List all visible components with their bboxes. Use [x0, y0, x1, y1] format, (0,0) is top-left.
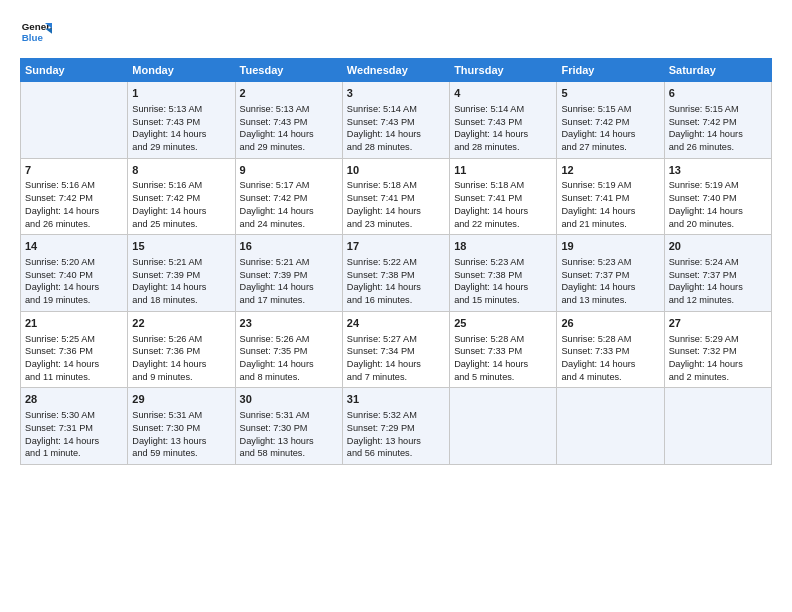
calendar-cell: 27Sunrise: 5:29 AM Sunset: 7:32 PM Dayli… — [664, 311, 771, 388]
calendar-cell: 6Sunrise: 5:15 AM Sunset: 7:42 PM Daylig… — [664, 82, 771, 159]
calendar-cell: 1Sunrise: 5:13 AM Sunset: 7:43 PM Daylig… — [128, 82, 235, 159]
day-number: 3 — [347, 86, 445, 101]
calendar-cell: 19Sunrise: 5:23 AM Sunset: 7:37 PM Dayli… — [557, 235, 664, 312]
calendar-cell: 20Sunrise: 5:24 AM Sunset: 7:37 PM Dayli… — [664, 235, 771, 312]
day-info: Sunrise: 5:26 AM Sunset: 7:36 PM Dayligh… — [132, 333, 230, 384]
day-info: Sunrise: 5:23 AM Sunset: 7:38 PM Dayligh… — [454, 256, 552, 307]
calendar-cell: 15Sunrise: 5:21 AM Sunset: 7:39 PM Dayli… — [128, 235, 235, 312]
calendar-cell: 9Sunrise: 5:17 AM Sunset: 7:42 PM Daylig… — [235, 158, 342, 235]
day-info: Sunrise: 5:13 AM Sunset: 7:43 PM Dayligh… — [132, 103, 230, 154]
day-info: Sunrise: 5:14 AM Sunset: 7:43 PM Dayligh… — [454, 103, 552, 154]
calendar-cell: 26Sunrise: 5:28 AM Sunset: 7:33 PM Dayli… — [557, 311, 664, 388]
day-info: Sunrise: 5:31 AM Sunset: 7:30 PM Dayligh… — [240, 409, 338, 460]
day-info: Sunrise: 5:27 AM Sunset: 7:34 PM Dayligh… — [347, 333, 445, 384]
day-info: Sunrise: 5:18 AM Sunset: 7:41 PM Dayligh… — [347, 179, 445, 230]
calendar-header-monday: Monday — [128, 59, 235, 82]
day-info: Sunrise: 5:15 AM Sunset: 7:42 PM Dayligh… — [561, 103, 659, 154]
day-number: 27 — [669, 316, 767, 331]
day-number: 13 — [669, 163, 767, 178]
calendar-cell: 8Sunrise: 5:16 AM Sunset: 7:42 PM Daylig… — [128, 158, 235, 235]
day-number: 21 — [25, 316, 123, 331]
calendar-cell: 30Sunrise: 5:31 AM Sunset: 7:30 PM Dayli… — [235, 388, 342, 465]
day-number: 5 — [561, 86, 659, 101]
day-number: 10 — [347, 163, 445, 178]
calendar-cell: 7Sunrise: 5:16 AM Sunset: 7:42 PM Daylig… — [21, 158, 128, 235]
day-info: Sunrise: 5:19 AM Sunset: 7:40 PM Dayligh… — [669, 179, 767, 230]
day-number: 28 — [25, 392, 123, 407]
calendar-cell: 17Sunrise: 5:22 AM Sunset: 7:38 PM Dayli… — [342, 235, 449, 312]
day-info: Sunrise: 5:16 AM Sunset: 7:42 PM Dayligh… — [132, 179, 230, 230]
day-info: Sunrise: 5:15 AM Sunset: 7:42 PM Dayligh… — [669, 103, 767, 154]
day-info: Sunrise: 5:22 AM Sunset: 7:38 PM Dayligh… — [347, 256, 445, 307]
day-number: 15 — [132, 239, 230, 254]
day-info: Sunrise: 5:19 AM Sunset: 7:41 PM Dayligh… — [561, 179, 659, 230]
calendar-cell — [450, 388, 557, 465]
day-info: Sunrise: 5:18 AM Sunset: 7:41 PM Dayligh… — [454, 179, 552, 230]
calendar-cell: 12Sunrise: 5:19 AM Sunset: 7:41 PM Dayli… — [557, 158, 664, 235]
calendar-week-4: 21Sunrise: 5:25 AM Sunset: 7:36 PM Dayli… — [21, 311, 772, 388]
calendar-cell: 28Sunrise: 5:30 AM Sunset: 7:31 PM Dayli… — [21, 388, 128, 465]
calendar-week-1: 1Sunrise: 5:13 AM Sunset: 7:43 PM Daylig… — [21, 82, 772, 159]
calendar-cell: 2Sunrise: 5:13 AM Sunset: 7:43 PM Daylig… — [235, 82, 342, 159]
day-info: Sunrise: 5:23 AM Sunset: 7:37 PM Dayligh… — [561, 256, 659, 307]
day-info: Sunrise: 5:31 AM Sunset: 7:30 PM Dayligh… — [132, 409, 230, 460]
day-number: 18 — [454, 239, 552, 254]
day-info: Sunrise: 5:21 AM Sunset: 7:39 PM Dayligh… — [132, 256, 230, 307]
day-info: Sunrise: 5:21 AM Sunset: 7:39 PM Dayligh… — [240, 256, 338, 307]
day-info: Sunrise: 5:16 AM Sunset: 7:42 PM Dayligh… — [25, 179, 123, 230]
svg-text:Blue: Blue — [22, 32, 44, 43]
day-number: 29 — [132, 392, 230, 407]
day-number: 22 — [132, 316, 230, 331]
day-number: 17 — [347, 239, 445, 254]
day-info: Sunrise: 5:30 AM Sunset: 7:31 PM Dayligh… — [25, 409, 123, 460]
calendar-header-sunday: Sunday — [21, 59, 128, 82]
day-number: 26 — [561, 316, 659, 331]
calendar-week-5: 28Sunrise: 5:30 AM Sunset: 7:31 PM Dayli… — [21, 388, 772, 465]
calendar-table: SundayMondayTuesdayWednesdayThursdayFrid… — [20, 58, 772, 465]
calendar-cell: 14Sunrise: 5:20 AM Sunset: 7:40 PM Dayli… — [21, 235, 128, 312]
day-number: 1 — [132, 86, 230, 101]
calendar-header-thursday: Thursday — [450, 59, 557, 82]
calendar-cell: 3Sunrise: 5:14 AM Sunset: 7:43 PM Daylig… — [342, 82, 449, 159]
calendar-cell: 22Sunrise: 5:26 AM Sunset: 7:36 PM Dayli… — [128, 311, 235, 388]
calendar-cell: 23Sunrise: 5:26 AM Sunset: 7:35 PM Dayli… — [235, 311, 342, 388]
day-info: Sunrise: 5:28 AM Sunset: 7:33 PM Dayligh… — [561, 333, 659, 384]
day-number: 12 — [561, 163, 659, 178]
day-info: Sunrise: 5:14 AM Sunset: 7:43 PM Dayligh… — [347, 103, 445, 154]
day-info: Sunrise: 5:25 AM Sunset: 7:36 PM Dayligh… — [25, 333, 123, 384]
day-number: 14 — [25, 239, 123, 254]
calendar-header-tuesday: Tuesday — [235, 59, 342, 82]
day-info: Sunrise: 5:13 AM Sunset: 7:43 PM Dayligh… — [240, 103, 338, 154]
day-number: 25 — [454, 316, 552, 331]
calendar-cell: 5Sunrise: 5:15 AM Sunset: 7:42 PM Daylig… — [557, 82, 664, 159]
calendar-header-saturday: Saturday — [664, 59, 771, 82]
calendar-header-wednesday: Wednesday — [342, 59, 449, 82]
calendar-cell: 4Sunrise: 5:14 AM Sunset: 7:43 PM Daylig… — [450, 82, 557, 159]
day-info: Sunrise: 5:24 AM Sunset: 7:37 PM Dayligh… — [669, 256, 767, 307]
logo: General Blue — [20, 16, 52, 48]
day-number: 11 — [454, 163, 552, 178]
calendar-cell: 25Sunrise: 5:28 AM Sunset: 7:33 PM Dayli… — [450, 311, 557, 388]
day-number: 24 — [347, 316, 445, 331]
day-number: 20 — [669, 239, 767, 254]
calendar-cell: 29Sunrise: 5:31 AM Sunset: 7:30 PM Dayli… — [128, 388, 235, 465]
svg-text:General: General — [22, 21, 52, 32]
day-number: 6 — [669, 86, 767, 101]
calendar-week-2: 7Sunrise: 5:16 AM Sunset: 7:42 PM Daylig… — [21, 158, 772, 235]
day-number: 19 — [561, 239, 659, 254]
day-number: 16 — [240, 239, 338, 254]
day-number: 30 — [240, 392, 338, 407]
day-info: Sunrise: 5:26 AM Sunset: 7:35 PM Dayligh… — [240, 333, 338, 384]
day-number: 8 — [132, 163, 230, 178]
calendar-cell — [664, 388, 771, 465]
day-info: Sunrise: 5:32 AM Sunset: 7:29 PM Dayligh… — [347, 409, 445, 460]
calendar-cell: 13Sunrise: 5:19 AM Sunset: 7:40 PM Dayli… — [664, 158, 771, 235]
day-info: Sunrise: 5:29 AM Sunset: 7:32 PM Dayligh… — [669, 333, 767, 384]
calendar-cell — [557, 388, 664, 465]
calendar-cell: 21Sunrise: 5:25 AM Sunset: 7:36 PM Dayli… — [21, 311, 128, 388]
day-number: 9 — [240, 163, 338, 178]
calendar-cell: 18Sunrise: 5:23 AM Sunset: 7:38 PM Dayli… — [450, 235, 557, 312]
day-number: 2 — [240, 86, 338, 101]
calendar-cell: 24Sunrise: 5:27 AM Sunset: 7:34 PM Dayli… — [342, 311, 449, 388]
calendar-cell: 31Sunrise: 5:32 AM Sunset: 7:29 PM Dayli… — [342, 388, 449, 465]
